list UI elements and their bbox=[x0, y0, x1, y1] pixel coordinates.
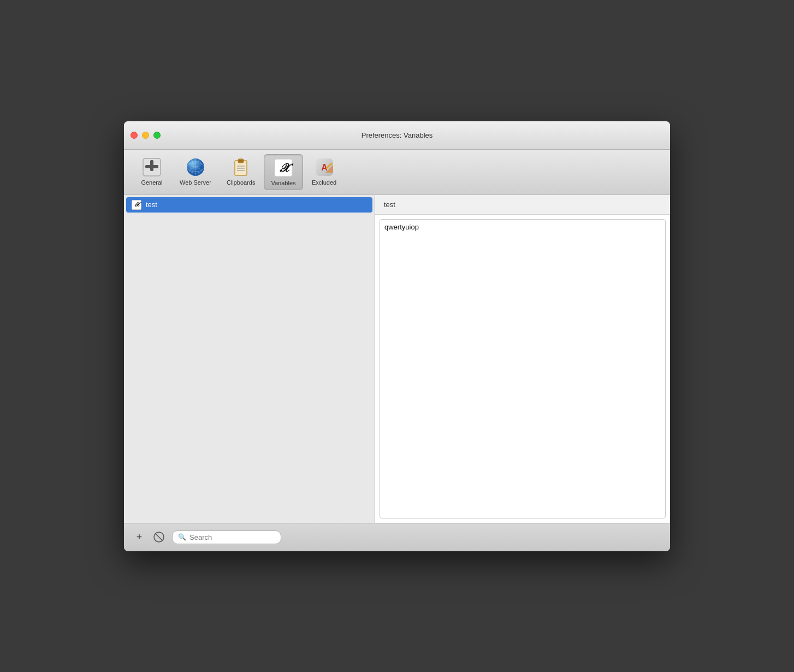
clipboard-icon bbox=[231, 157, 251, 177]
svg-rect-2 bbox=[145, 165, 158, 168]
toolbar-webserver[interactable]: Web Server bbox=[173, 154, 218, 190]
svg-line-22 bbox=[156, 534, 162, 540]
variable-item[interactable]: 𝒳 test bbox=[126, 197, 372, 213]
variable-value-input[interactable]: qwertyuiop bbox=[380, 219, 666, 518]
close-button[interactable] bbox=[131, 132, 138, 139]
excluded-label: Excluded bbox=[312, 179, 336, 186]
traffic-lights bbox=[131, 132, 161, 139]
general-icon bbox=[142, 157, 162, 177]
clipboards-label: Clipboards bbox=[227, 179, 256, 186]
remove-icon bbox=[153, 532, 164, 543]
bottom-bar: + 🔍 bbox=[124, 523, 670, 551]
toolbar-general[interactable]: General bbox=[133, 154, 171, 190]
toolbar-excluded[interactable]: A Excluded bbox=[305, 154, 343, 190]
webserver-icon bbox=[186, 157, 205, 177]
svg-rect-10 bbox=[239, 160, 243, 162]
toolbar-variables[interactable]: 𝒳 Variables bbox=[264, 154, 303, 190]
add-variable-button[interactable]: + bbox=[133, 530, 146, 544]
webserver-label: Web Server bbox=[180, 179, 211, 186]
zoom-button[interactable] bbox=[153, 132, 161, 139]
variable-detail-name: test bbox=[384, 201, 395, 209]
variable-item-icon: 𝒳 bbox=[132, 200, 141, 210]
toolbar: General bbox=[124, 150, 670, 195]
main-content: 𝒳 test test qwertyuiop bbox=[124, 195, 670, 523]
variables-list-panel: 𝒳 test bbox=[124, 195, 375, 523]
search-field: 🔍 bbox=[172, 530, 281, 544]
remove-variable-button[interactable] bbox=[152, 530, 165, 544]
variables-icon: 𝒳 bbox=[274, 158, 293, 178]
general-label: General bbox=[141, 179, 162, 186]
search-input[interactable] bbox=[189, 533, 275, 541]
toolbar-clipboards[interactable]: Clipboards bbox=[220, 154, 262, 190]
titlebar: Preferences: Variables bbox=[124, 121, 670, 150]
preferences-window: Preferences: Variables General bbox=[124, 121, 670, 551]
variable-detail-header: test bbox=[375, 195, 670, 215]
variable-item-name: test bbox=[146, 201, 157, 209]
excluded-icon: A bbox=[315, 157, 334, 177]
search-icon: 🔍 bbox=[178, 533, 186, 541]
variable-detail-panel: test qwertyuiop bbox=[375, 195, 670, 523]
minimize-button[interactable] bbox=[142, 132, 149, 139]
variable-value-area: qwertyuiop bbox=[375, 215, 670, 523]
window-title: Preferences: Variables bbox=[362, 131, 433, 139]
variables-label: Variables bbox=[271, 180, 295, 186]
